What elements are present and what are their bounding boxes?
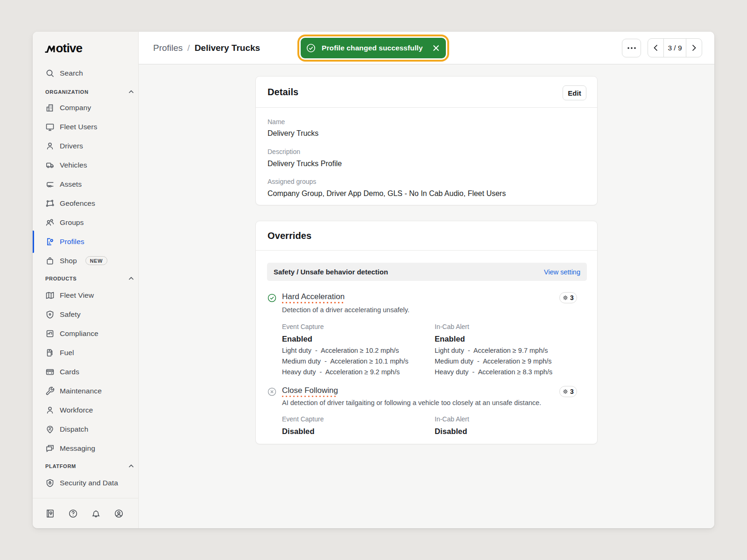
svg-text:otive: otive: [56, 42, 83, 53]
